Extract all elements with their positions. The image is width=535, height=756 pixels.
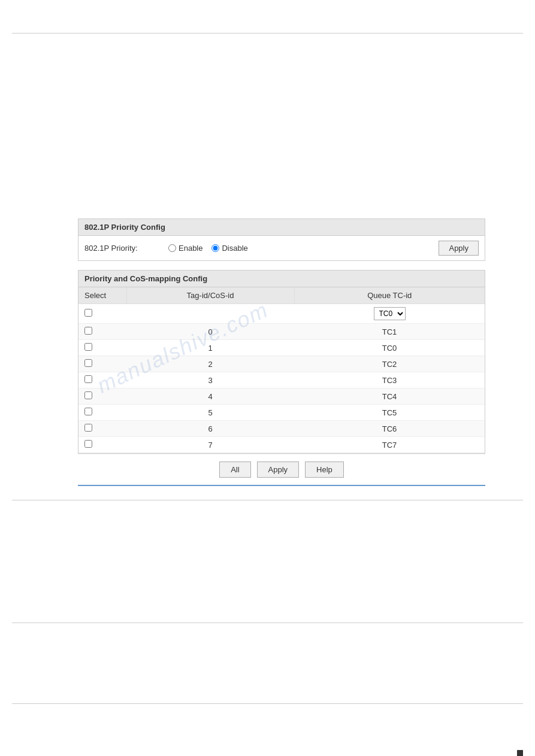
apply-button[interactable]: Apply [257, 462, 300, 478]
priority-config-header: 802.1P Priority Config [78, 219, 485, 236]
priority-label: 802.1P Priority: [84, 244, 156, 253]
row-checkbox-cell [78, 437, 126, 453]
row-tagid-cell: 4 [126, 388, 294, 405]
col-header-queue: Queue TC-id [294, 287, 485, 304]
table-row: 1TC0 [78, 340, 485, 356]
row-checkbox-cell [78, 421, 126, 437]
row-tagid-cell: 5 [126, 405, 294, 421]
all-button[interactable]: All [219, 462, 250, 478]
mapping-config-title: Priority and CoS-mapping Config [84, 274, 207, 283]
mid-divider-1 [12, 500, 523, 500]
page-container: 802.1P Priority Config 802.1P Priority: … [0, 0, 535, 756]
table-row: 0TC1 [78, 324, 485, 340]
row-checkbox-0[interactable] [84, 327, 92, 335]
bottom-divider [12, 703, 523, 704]
table-row: 6TC6 [78, 421, 485, 437]
priority-config-title: 802.1P Priority Config [84, 223, 165, 232]
table-row: 4TC4 [78, 388, 485, 405]
row-checkbox-7[interactable] [84, 440, 92, 448]
row-tc-cell: TC5 [294, 405, 485, 421]
row-tagid-cell: 1 [126, 340, 294, 356]
row-checkbox-cell [78, 340, 126, 356]
apply-btn-container: Apply [439, 241, 479, 256]
priority-radio-group: Enable Disable [168, 244, 427, 253]
row-checkbox-cell [78, 324, 126, 340]
row-tagid-cell: 7 [126, 437, 294, 453]
control-tc-cell: TC0 TC1 TC2 TC3 TC4 TC5 TC6 TC7 [294, 304, 485, 324]
priority-apply-button[interactable]: Apply [439, 241, 479, 256]
table-header-row: Select Tag-id/CoS-id Queue TC-id [78, 287, 485, 304]
section-bottom-line [78, 485, 485, 486]
table-row: 5TC5 [78, 405, 485, 421]
row-tc-cell: TC6 [294, 421, 485, 437]
row-tc-cell: TC7 [294, 437, 485, 453]
mid-divider-2 [12, 623, 523, 623]
enable-radio-label[interactable]: Enable [168, 244, 202, 253]
select-all-checkbox[interactable] [84, 309, 92, 317]
table-row: 3TC3 [78, 372, 485, 388]
row-tc-cell: TC0 [294, 340, 485, 356]
row-tagid-cell: 3 [126, 372, 294, 388]
row-checkbox-3[interactable] [84, 375, 92, 383]
tc-dropdown[interactable]: TC0 TC1 TC2 TC3 TC4 TC5 TC6 TC7 [374, 307, 406, 320]
col-header-tagid: Tag-id/CoS-id [126, 287, 294, 304]
row-checkbox-cell [78, 405, 126, 421]
disable-label: Disable [222, 244, 247, 253]
mapping-table: Select Tag-id/CoS-id Queue TC-id [78, 287, 485, 453]
row-tagid-cell: 0 [126, 324, 294, 340]
control-tag-cell [126, 304, 294, 324]
corner-dot [517, 750, 523, 756]
table-row: 7TC7 [78, 437, 485, 453]
priority-row: 802.1P Priority: Enable Disable Apply [78, 236, 485, 260]
row-checkbox-5[interactable] [84, 408, 92, 415]
row-tc-cell: TC2 [294, 356, 485, 372]
row-tc-cell: TC1 [294, 324, 485, 340]
row-checkbox-6[interactable] [84, 424, 92, 432]
control-checkbox-cell [78, 304, 126, 324]
row-checkbox-cell [78, 372, 126, 388]
row-tagid-cell: 6 [126, 421, 294, 437]
row-checkbox-cell [78, 388, 126, 405]
row-tc-cell: TC3 [294, 372, 485, 388]
table-row: 2TC2 [78, 356, 485, 372]
row-checkbox-cell [78, 356, 126, 372]
mapping-config-header: Priority and CoS-mapping Config [78, 271, 485, 287]
col-header-select: Select [78, 287, 126, 304]
disable-radio[interactable] [211, 244, 219, 252]
row-tc-cell: TC4 [294, 388, 485, 405]
table-control-row: TC0 TC1 TC2 TC3 TC4 TC5 TC6 TC7 [78, 304, 485, 324]
row-checkbox-4[interactable] [84, 391, 92, 399]
mapping-config-section: Priority and CoS-mapping Config Select T… [78, 270, 485, 454]
row-checkbox-2[interactable] [84, 359, 92, 367]
row-tagid-cell: 2 [126, 356, 294, 372]
bottom-buttons-container: All Apply Help [78, 454, 485, 485]
priority-config-section: 802.1P Priority Config 802.1P Priority: … [78, 218, 485, 261]
help-button[interactable]: Help [305, 462, 344, 478]
enable-label: Enable [179, 244, 202, 253]
top-divider [12, 33, 523, 34]
row-checkbox-1[interactable] [84, 343, 92, 351]
main-content: 802.1P Priority Config 802.1P Priority: … [78, 218, 499, 486]
disable-radio-label[interactable]: Disable [211, 244, 247, 253]
enable-radio[interactable] [168, 244, 176, 252]
